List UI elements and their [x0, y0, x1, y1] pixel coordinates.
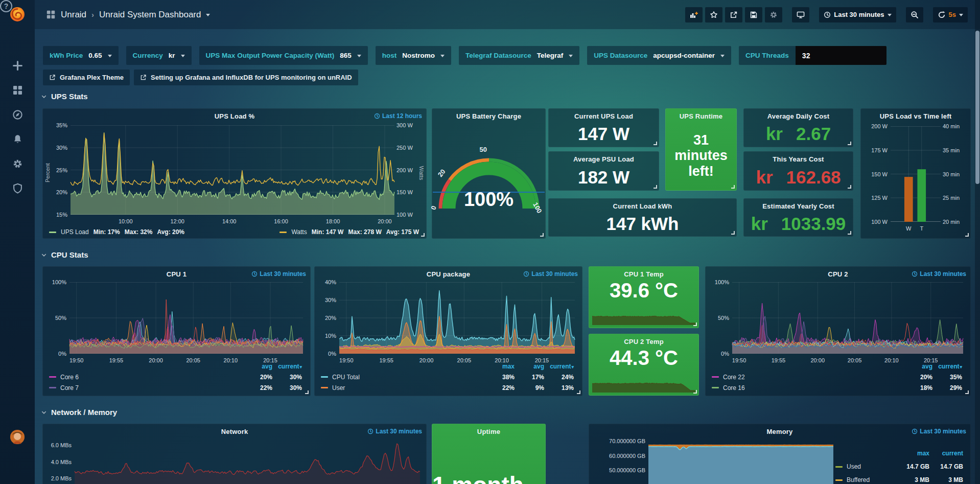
variable-currency[interactable]: Currency kr	[126, 46, 192, 65]
panel-title[interactable]: CPU 1 Temp	[589, 270, 698, 278]
legend-table: avg current Core 22 20% 35% Core 16 18% …	[712, 361, 962, 393]
save-button[interactable]	[745, 7, 762, 22]
sort-current[interactable]: current	[272, 363, 302, 370]
chart-area[interactable]: 19:50 19:55 20:00 20:05 20:10 20:15	[339, 282, 575, 354]
panel-resize-handle[interactable]	[965, 390, 969, 394]
legend-item[interactable]: UPS Load Min: 17% Max: 32% Avg: 20%	[49, 228, 184, 236]
add-panel-icon	[690, 11, 698, 19]
breadcrumb-folder[interactable]: Unraid	[61, 10, 86, 20]
panel-title[interactable]: UPS Load vs Time left	[861, 112, 970, 120]
panel-title[interactable]: This Years Cost	[744, 155, 853, 163]
sort-current[interactable]: current	[544, 363, 574, 370]
refresh-button[interactable]: 5s	[933, 7, 968, 22]
zoom-out-button[interactable]	[906, 7, 923, 22]
panel-title[interactable]: UPS Runtime	[666, 112, 736, 120]
stat-value: 2.67	[796, 124, 831, 144]
panel-time-range[interactable]: Last 30 minutes	[367, 428, 422, 435]
add-panel-button[interactable]	[685, 7, 703, 22]
legend-row: User 22% 9% 13%	[321, 382, 574, 393]
sidebar-item-alerting[interactable]	[0, 134, 35, 145]
panel-resize-handle[interactable]	[848, 231, 851, 235]
panel-resize-handle[interactable]	[577, 390, 580, 394]
variable-ups-datasource[interactable]: UPS Datasource apcupsd-container	[587, 46, 731, 65]
chart-area[interactable]	[648, 439, 833, 484]
variable-telegraf-datasource[interactable]: Telegraf Datasource Telegraf	[459, 46, 579, 65]
sidebar-item-server-admin[interactable]	[0, 183, 35, 194]
time-picker-button[interactable]: Last 30 minutes	[819, 7, 896, 22]
legend-header-row: avg current	[712, 361, 962, 372]
stat-value: 147 W	[549, 121, 659, 147]
chart-area[interactable]: W T	[891, 126, 941, 222]
section-network-memory[interactable]: Network / Memory	[41, 408, 117, 417]
section-cpu-stats[interactable]: CPU Stats	[41, 250, 88, 259]
panel-resize-handle[interactable]	[421, 233, 425, 237]
panel-title[interactable]: Average PSU Load	[549, 155, 659, 163]
sort-avg[interactable]: avg	[903, 363, 932, 370]
panel-resize-handle[interactable]	[693, 322, 697, 326]
panel-title[interactable]: UPS Battery Charge	[432, 112, 545, 120]
sort-current[interactable]: current	[929, 450, 963, 457]
sort-avg[interactable]: avg	[243, 363, 272, 370]
dashboard-content: kWh Price 0.65 Currency kr UPS Max Outpu…	[35, 0, 980, 484]
sort-max[interactable]: max	[896, 450, 929, 457]
panel-resize-handle[interactable]	[693, 390, 697, 394]
kiosk-mode-button[interactable]	[792, 7, 809, 22]
panel-title[interactable]: UPS Load %	[43, 112, 426, 120]
panel-resize-handle[interactable]	[848, 185, 851, 189]
sort-max[interactable]: max	[485, 363, 515, 370]
section-ups-stats[interactable]: UPS Stats	[41, 92, 88, 101]
panel-resize-handle[interactable]	[965, 233, 969, 237]
sidebar-item-create[interactable]	[0, 60, 35, 71]
panel-time-range[interactable]: Last 30 minutes	[251, 270, 306, 278]
legend-item[interactable]: Watts Min: 147 W Max: 278 W Avg: 175 W	[279, 228, 419, 236]
page-scrollbar[interactable]	[975, 0, 980, 484]
panel-resize-handle[interactable]	[654, 185, 657, 189]
panel-resize-handle[interactable]	[731, 185, 735, 189]
breadcrumb: Unraid › Unraid System Dashboard	[46, 10, 210, 20]
chart-area[interactable]: 10:00 12:00 14:00 16:00 18:00 20:00	[71, 125, 394, 215]
avatar[interactable]	[0, 429, 35, 445]
panel-resize-handle[interactable]	[305, 390, 309, 394]
refresh-interval[interactable]: 5s	[949, 11, 956, 18]
chart-area[interactable]: 19:50 19:55 20:00 20:05 20:10 20:15	[732, 282, 963, 354]
panel-time-range[interactable]: Last 30 minutes	[523, 270, 578, 278]
variable-ups-max-watt[interactable]: UPS Max Output Power Capacity (Watt) 865	[199, 46, 368, 65]
sidebar-item-configuration[interactable]	[0, 158, 35, 169]
chart-area[interactable]	[75, 439, 420, 484]
panel-time-range[interactable]: Last 30 minutes	[912, 270, 966, 278]
panel-title[interactable]: CPU 2 Temp	[589, 338, 698, 345]
grafana-dashboard: ? Unraid › Unraid System Dashboard Last …	[0, 0, 980, 484]
panel-title[interactable]: Estimated Yearly Cost	[744, 202, 853, 210]
chart-area[interactable]: 19:50 19:55 20:00 20:05 20:10 20:15	[69, 282, 303, 354]
panel-resize-handle[interactable]	[731, 231, 735, 235]
link-ups-monitoring-guide[interactable]: Setting up Grafana and InfluxDB for UPS …	[134, 70, 358, 85]
panel-time-range[interactable]: Last 12 hours	[374, 112, 422, 120]
star-button[interactable]	[705, 7, 722, 22]
sort-current[interactable]: current	[932, 363, 962, 370]
variable-kwh-price[interactable]: kWh Price 0.65	[43, 46, 119, 65]
external-link-icon	[140, 74, 147, 81]
panel-title[interactable]: Average Daily Cost	[744, 112, 853, 120]
panel-title[interactable]: Current Load kWh	[549, 202, 736, 210]
link-grafana-plex-theme[interactable]: Grafana Plex Theme	[43, 70, 130, 85]
sort-avg[interactable]: avg	[515, 363, 544, 370]
panel-time-range[interactable]: Last 30 minutes	[912, 428, 966, 435]
sidebar-item-dashboards[interactable]	[0, 85, 35, 96]
variable-host[interactable]: host Nostromo	[376, 46, 451, 65]
scrollbar-thumb[interactable]	[975, 31, 979, 184]
panel-resize-handle[interactable]	[540, 233, 544, 237]
panel-resize-handle[interactable]	[654, 142, 657, 145]
nav-actions: Last 30 minutes 5s	[685, 7, 968, 22]
panel-title[interactable]: Current UPS Load	[549, 112, 659, 120]
x-axis-ticks: 10:00 12:00 14:00 16:00 18:00 20:00	[71, 217, 394, 225]
dashboard-settings-button[interactable]	[765, 7, 782, 22]
grafana-logo-icon[interactable]	[0, 5, 35, 24]
share-button[interactable]	[725, 7, 742, 22]
panel-resize-handle[interactable]	[848, 142, 851, 145]
panel-title[interactable]: Uptime	[432, 428, 545, 435]
breadcrumb-dashboard[interactable]: Unraid System Dashboard	[99, 10, 201, 20]
chevron-down-icon[interactable]	[206, 14, 210, 16]
sidebar-item-explore[interactable]	[0, 109, 35, 120]
clock-icon	[912, 271, 918, 277]
cpu-threads-input[interactable]	[796, 46, 886, 65]
